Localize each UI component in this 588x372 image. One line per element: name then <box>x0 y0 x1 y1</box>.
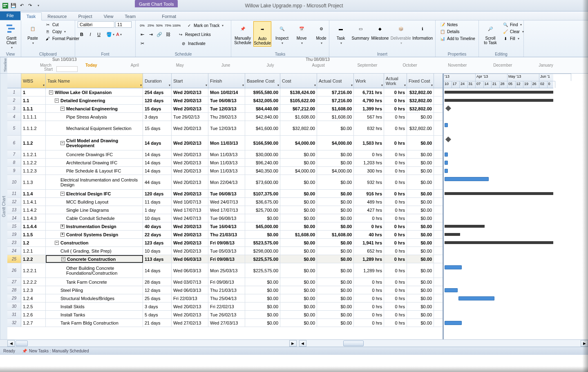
cell-duration[interactable]: 22 days <box>143 231 172 238</box>
cell-duration[interactable]: 113 days <box>143 255 172 263</box>
row-number[interactable]: 12 <box>7 198 21 206</box>
cell-duration[interactable]: 25 days <box>143 294 172 302</box>
cell-actual-work[interactable]: 0 hrs <box>384 159 407 166</box>
filter-icon[interactable]: ▾ <box>206 83 207 87</box>
status-new-tasks[interactable]: 📌New Tasks : Manually Scheduled <box>22 348 89 354</box>
outline-toggle[interactable]: − <box>61 257 65 261</box>
cell-cost[interactable]: $0.00 <box>280 303 317 310</box>
cell-task-name[interactable]: Cable Conduit Schedule <box>46 214 143 222</box>
milestone-button[interactable]: ◆Milestone <box>371 21 389 41</box>
row-number[interactable]: 29 <box>7 294 21 302</box>
scroll-left-button[interactable]: ◀ <box>7 340 15 347</box>
outline-toggle[interactable]: − <box>49 90 53 94</box>
gantt-bar[interactable] <box>445 233 460 236</box>
cell-baseline-cost[interactable]: $45,000.00 <box>245 222 280 230</box>
cell-wbs[interactable]: 1.1.1 <box>21 105 46 112</box>
cell-cost[interactable]: $0.00 <box>280 159 317 166</box>
cell-start[interactable]: Wed 20/02/13 <box>172 167 208 175</box>
cell-actual-work[interactable]: 0 hrs <box>384 286 407 294</box>
tab-resource[interactable]: Resource <box>42 13 72 20</box>
cell-wbs[interactable]: 1.1.5 <box>21 231 46 238</box>
row-number[interactable]: 26 <box>7 263 21 278</box>
cell-fixed-cost[interactable]: $32,802.00 <box>407 88 434 96</box>
cell-task-name[interactable]: Tank Farm Bldg Construction <box>46 319 143 327</box>
fill-button[interactable]: ⬇Fill <box>501 35 525 42</box>
tab-task[interactable]: Task <box>20 12 42 20</box>
row-number[interactable]: 23 <box>7 239 21 247</box>
cell-fixed-cost[interactable]: $0.00 <box>407 150 434 158</box>
timeline-body[interactable]: Sun 10/03/13 Thu 08/08/13 MarchTodayApri… <box>7 57 588 73</box>
cell-actual-work[interactable]: 0 hrs <box>384 303 407 310</box>
cell-actual-cost[interactable]: $1,608.00 <box>317 113 354 121</box>
cell-wbs[interactable]: 1.2.1 <box>21 247 46 255</box>
cell-fixed-cost[interactable]: $0.00 <box>407 294 434 302</box>
cell-task-name[interactable]: Structural Modules/Bridges <box>46 294 143 302</box>
cell-cost[interactable]: $0.00 <box>280 198 317 206</box>
cell-work[interactable]: 0 hrs <box>354 150 384 158</box>
cell-duration[interactable]: 28 days <box>143 278 172 286</box>
cell-work[interactable]: 1,289 hrs <box>354 263 384 278</box>
cell-baseline-cost[interactable]: $0.00 <box>245 311 280 318</box>
cell-task-name[interactable]: Install Tanks <box>46 311 143 318</box>
cell-actual-work[interactable]: 0 hrs <box>384 190 407 197</box>
cell-work[interactable]: 567 hrs <box>354 113 384 121</box>
cell-finish[interactable]: Mon 11/03/13 <box>208 150 245 158</box>
cell-task-name[interactable]: −Construction <box>46 239 143 247</box>
cell-start[interactable]: Wed 20/02/13 <box>172 159 208 166</box>
cell-actual-cost[interactable]: $0.00 <box>317 190 354 197</box>
tab-team[interactable]: Team <box>119 13 141 20</box>
cell-actual-cost[interactable]: $0.00 <box>317 263 354 278</box>
cell-actual-work[interactable]: 0 hrs <box>384 175 407 189</box>
cell-work[interactable]: 300 hrs <box>354 167 384 175</box>
cell-baseline-cost[interactable]: $107,375.00 <box>245 190 280 197</box>
col-cost[interactable]: Cost▾ <box>280 74 317 88</box>
mode-button[interactable]: ⚙Mode <box>312 21 330 46</box>
unlink-button[interactable]: ⛓ <box>164 30 172 38</box>
cell-actual-work[interactable]: 0 hrs <box>384 319 407 327</box>
cell-finish[interactable]: Fri 09/08/13 <box>208 239 245 247</box>
cell-work[interactable]: 0 hrs <box>354 222 384 230</box>
table-row[interactable]: 41.1.1.1Pipe Stress Analysis3 daysTue 26… <box>7 113 443 121</box>
cell-cost[interactable]: $1,608.00 <box>280 113 317 121</box>
cell-duration[interactable]: 3 days <box>143 113 172 121</box>
col-baseline-cost[interactable]: Baseline Cost▾ <box>245 74 280 88</box>
outline-toggle[interactable]: − <box>60 141 65 145</box>
bold-button[interactable]: B <box>78 30 86 38</box>
grid-hscroll-thumb[interactable] <box>16 341 28 346</box>
cell-wbs[interactable]: 1.1.1.1 <box>21 113 46 121</box>
cell-duration[interactable]: 15 days <box>143 121 172 135</box>
grid-hscroll-track[interactable] <box>15 340 289 347</box>
filter-icon[interactable]: ▾ <box>169 83 170 87</box>
cell-start[interactable]: Wed 20/02/13 <box>172 190 208 197</box>
cell-actual-cost[interactable]: $0.00 <box>317 311 354 318</box>
cell-task-name[interactable]: Concrete Drawings IFC <box>46 150 143 158</box>
row-number[interactable]: 13 <box>7 206 21 214</box>
font-size-select[interactable]: 11 <box>115 21 132 28</box>
cell-actual-cost[interactable]: $0.00 <box>317 319 354 327</box>
cell-fixed-cost[interactable]: $0.00 <box>407 255 434 263</box>
cell-duration[interactable]: 15 days <box>143 105 172 112</box>
gantt-bar[interactable] <box>445 152 448 157</box>
cell-actual-cost[interactable]: $0.00 <box>317 255 354 263</box>
add-timeline-button[interactable]: 📊Add to Timeline <box>438 35 477 42</box>
gantt-bar[interactable] <box>445 288 458 292</box>
row-number[interactable]: 7 <box>7 150 21 158</box>
cell-start[interactable]: Fri 22/03/13 <box>172 294 208 302</box>
cell-duration[interactable]: 21 days <box>143 319 172 327</box>
cell-duration[interactable]: 14 days <box>143 136 172 150</box>
cell-duration[interactable]: 10 days <box>143 247 172 255</box>
filter-icon[interactable]: ▾ <box>242 83 244 87</box>
filter-icon[interactable]: ▾ <box>431 83 433 87</box>
cell-finish[interactable]: Wed 27/03/13 <box>208 319 245 327</box>
table-row[interactable]: 101.1.3Electrical Instrumentation and Co… <box>7 175 443 190</box>
mark-on-track-button[interactable]: ✓Mark on Track <box>185 21 225 29</box>
cell-actual-work[interactable]: 0 hrs <box>384 88 407 96</box>
cell-duration[interactable]: 40 days <box>143 222 172 230</box>
respect-links-button[interactable]: ↪Respect Links <box>176 30 212 38</box>
cell-finish[interactable]: Wed 17/07/13 <box>208 206 245 214</box>
filter-icon[interactable]: ▾ <box>351 83 353 87</box>
cell-baseline-cost[interactable]: $0.00 <box>245 319 280 327</box>
tab-format[interactable]: Format <box>156 13 182 20</box>
cell-start[interactable]: Tue 26/02/13 <box>172 113 208 121</box>
cell-start[interactable]: Wed 10/07/13 <box>172 198 208 206</box>
